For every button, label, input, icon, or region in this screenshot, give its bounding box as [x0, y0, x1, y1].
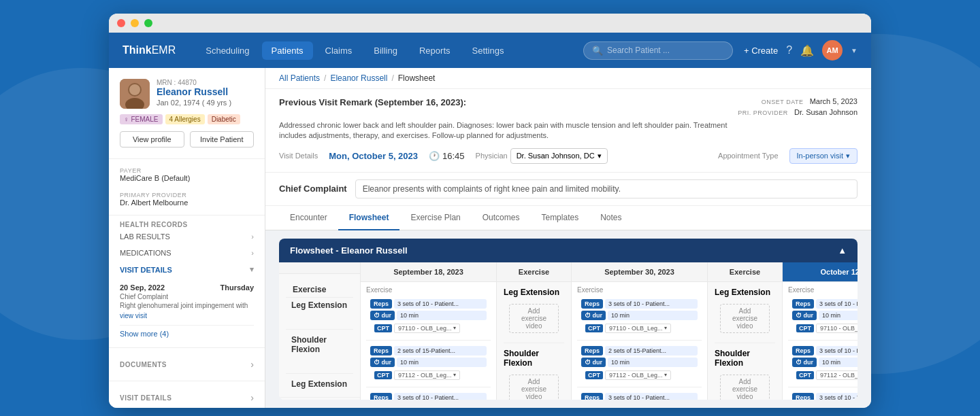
nav-reports[interactable]: Reports [410, 41, 460, 60]
chief-complaint-input[interactable] [355, 179, 858, 198]
reps-badge: Reps [370, 299, 392, 309]
reps-value-3: 3 sets of 10 - Patient... [394, 393, 487, 400]
patient-avatar [120, 79, 150, 109]
nav-actions: + Create ? 🔔 AM ▼ [744, 40, 858, 60]
prev-visit-title: Previous Visit Remark (September 16, 202… [279, 97, 466, 107]
patient-card: MRN : 44870 Eleanor Russell Jan 02, 1974… [109, 68, 265, 159]
col-sep18: September 18, 2023 Exercise Reps 3 sets … [361, 262, 497, 400]
chevron-down-icon: ▾ [453, 325, 456, 331]
maximize-button[interactable] [144, 19, 152, 27]
create-button[interactable]: + Create [744, 46, 778, 56]
view-visit-link[interactable]: view visit [120, 312, 254, 319]
visit-time: 🕐 16:45 [429, 151, 465, 161]
scroll-up-icon[interactable]: ▲ [838, 245, 847, 256]
visit-item: 20 Sep, 2022 Thursday Chief Complaint Ri… [120, 278, 254, 326]
user-avatar[interactable]: AM [822, 40, 843, 60]
reps-value: 3 sets of 10 - Patient... [394, 299, 487, 309]
reps-badge-sep30: Reps [581, 299, 603, 309]
cpt-badge-2: CPT [374, 371, 392, 379]
add-video-btn-2[interactable]: Add exercise video [509, 375, 559, 400]
reps-badge-l2-oct12: Reps [792, 393, 814, 400]
visit-date: 20 Sep, 2022 Thursday [120, 283, 254, 292]
tag-female: ♀ FEMALE [120, 114, 163, 124]
visit-details-label: Visit Details [279, 152, 318, 160]
chief-complaint-row: Chief Complaint [265, 173, 871, 206]
app-window: ThinkEMR Scheduling Patients Claims Bill… [109, 14, 871, 408]
tab-flowsheet[interactable]: Flowsheet [338, 206, 400, 230]
invite-patient-button[interactable]: Invite Patient [190, 131, 255, 148]
oct12-header: October 12, 2023 [783, 262, 858, 282]
lab-results-item[interactable]: LAB RESULTS › [120, 228, 254, 245]
right-panel: All Patients / Eleanor Russell / Flowshe… [265, 68, 871, 408]
patient-actions: View profile Invite Patient [120, 131, 254, 148]
exercise-name-1: Exercise [286, 279, 353, 298]
reps-badge-oct12: Reps [792, 299, 814, 309]
cpt-badge: CPT [374, 324, 392, 332]
chevron-down-icon: ▾ [250, 265, 254, 274]
chevron-right-icon: › [251, 249, 254, 257]
tag-allergy: 4 Allergies [165, 114, 205, 124]
add-video-btn-4[interactable]: Add exercise video [720, 375, 770, 400]
tab-encounter[interactable]: Encounter [279, 206, 338, 230]
dur-badge-2: ⏱ dur [370, 358, 395, 367]
tab-notes[interactable]: Notes [589, 206, 632, 230]
reps-val-s-oct12: 3 sets of 10 - Patient... [816, 346, 858, 356]
nav-links: Scheduling Patients Claims Billing Repor… [196, 41, 583, 60]
chevron-down-icon: ▾ [664, 372, 667, 378]
col-oct12: October 12, 2023 Exercise Reps 3 sets of… [783, 262, 858, 400]
tab-templates[interactable]: Templates [530, 206, 589, 230]
shoulder-flex-badges-sep18: Reps 2 sets of 15-Patient... ⏱ dur 10 mi… [366, 343, 491, 384]
dur-val-sep30: 10 min [608, 311, 698, 320]
medications-item[interactable]: MEDICATIONS › [120, 245, 254, 261]
add-video-btn-3[interactable]: Add exercise video [720, 304, 770, 333]
physician-select: Physician Dr. Susan Johnson, DC ▾ [476, 148, 608, 164]
view-profile-button[interactable]: View profile [120, 131, 184, 148]
cpt-badge-s-oct12: CPT [796, 371, 814, 379]
add-video-btn-1[interactable]: Add exercise video [509, 304, 559, 333]
nav-patients[interactable]: Patients [262, 41, 313, 60]
chevron-down-icon: ▾ [664, 325, 667, 331]
close-button[interactable] [117, 19, 125, 27]
onset-label: ONSET DATE [762, 99, 804, 105]
search-input[interactable] [607, 46, 724, 55]
leg-ext-mid1: Leg Extension [504, 288, 564, 297]
chevron-down-icon: ▾ [598, 152, 602, 160]
tab-exercise-plan[interactable]: Exercise Plan [399, 206, 471, 230]
nav-billing[interactable]: Billing [364, 41, 407, 60]
nav-settings[interactable]: Settings [463, 41, 514, 60]
dur-badge-oct12: ⏱ dur [792, 311, 817, 320]
physician-label: Physician [476, 152, 508, 160]
exercise-group-2: Exercise [577, 286, 702, 294]
bell-icon[interactable]: 🔔 [800, 44, 814, 57]
chief-complaint-label: Chief Complaint [279, 184, 347, 194]
dur-badge-s-sep30: ⏱ dur [581, 358, 606, 367]
breadcrumb-patient-name[interactable]: Eleanor Russell [330, 73, 387, 83]
show-more-link[interactable]: Show more (4) [120, 326, 254, 342]
search-box[interactable]: 🔍 [583, 41, 733, 60]
title-bar [109, 14, 871, 33]
appt-type-button[interactable]: In-person visit ▾ [789, 148, 858, 164]
leg-ext2-badges-oct12: Reps 3 sets of 10 - Patient... [788, 390, 858, 400]
chevron-down-icon: ▼ [851, 47, 858, 54]
tab-outcomes[interactable]: Outcomes [472, 206, 531, 230]
minimize-button[interactable] [131, 19, 139, 27]
visit-date-value: Mon, October 5, 2023 [329, 151, 418, 161]
provider-label: PRIMARY PROVIDER [120, 192, 188, 198]
sep18-header: September 18, 2023 [361, 262, 496, 282]
visit-details-item[interactable]: VISIT DETAILS ▾ [120, 261, 254, 278]
flowsheet-title: Flowsheet - Eleanor Russell [290, 245, 408, 256]
leg-ext-mid2: Leg Extension [715, 288, 775, 297]
breadcrumb-all-patients[interactable]: All Patients [279, 73, 320, 83]
visit-complaint-label: Chief Complaint [120, 293, 254, 300]
physician-dropdown[interactable]: Dr. Susan Johnson, DC ▾ [510, 148, 608, 164]
help-icon[interactable]: ? [786, 44, 792, 56]
reps-val-l2-sep30: 3 sets of 10 - Patient... [605, 393, 698, 400]
cpt-val-oct12: 97110 - OLB_Leg... ▾ [816, 324, 858, 333]
shoulder-badges-sep30: Reps 2 sets of 15-Patient... ⏱ dur 10 mi… [577, 343, 702, 384]
chevron-right-icon: › [251, 232, 254, 241]
visit-complaint-text: Right glenohumeral joint impingement wit… [120, 302, 254, 309]
nav-scheduling[interactable]: Scheduling [196, 41, 259, 60]
nav-claims[interactable]: Claims [316, 41, 362, 60]
dur-value: 10 min [397, 311, 487, 320]
exercise-group-3: Exercise [788, 286, 858, 294]
